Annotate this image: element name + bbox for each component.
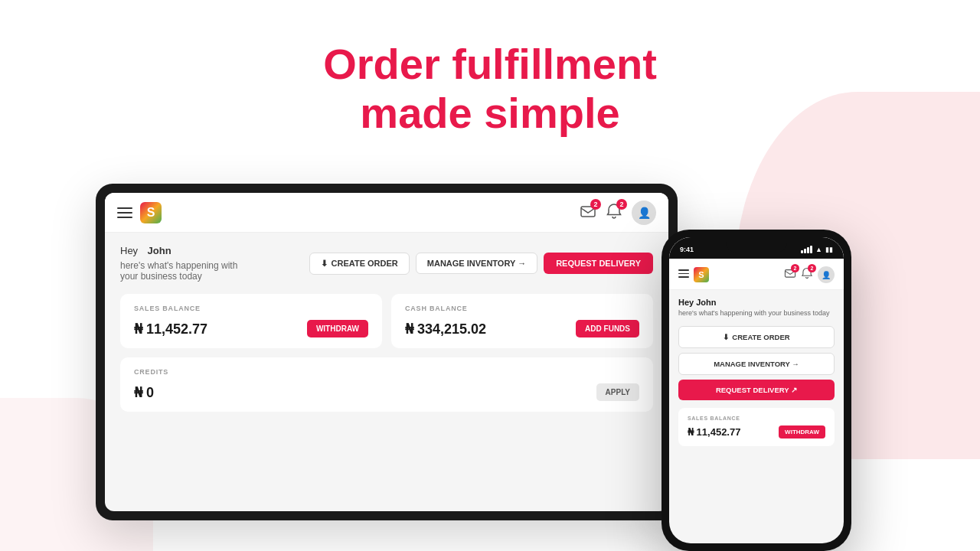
- tablet-main: Hey John here's what's happening with yo…: [105, 233, 668, 511]
- phone-screen: 9:41 ↑ ▲ ▮▮ S: [669, 237, 844, 543]
- wifi-icon: ▲: [815, 246, 822, 253]
- greeting-block: Hey John here's what's happening with yo…: [120, 245, 258, 282]
- add-funds-button[interactable]: ADD FUNDS: [576, 320, 639, 337]
- phone-notch: [726, 237, 787, 253]
- sales-balance-value: ₦ 11,452.77: [134, 321, 207, 337]
- phone-sales-balance-row: ₦ 11,452.77 WITHDRAW: [688, 425, 825, 439]
- sales-balance-card: SALES BALANCE ₦ 11,452.77 WITHDRAW: [120, 294, 382, 348]
- credits-row: ₦ 0 APPLY: [134, 383, 639, 401]
- tablet-mockup: S 2 2 👤: [96, 184, 678, 520]
- app-logo: S: [140, 202, 162, 223]
- bell-icon-badge[interactable]: 2: [606, 203, 622, 223]
- phone-sales-balance-card: SALES BALANCE ₦ 11,452.77 WITHDRAW: [678, 408, 835, 446]
- phone-hamburger-icon[interactable]: [678, 269, 689, 280]
- phone-app-logo: S: [694, 267, 709, 282]
- cash-balance-row: ₦ 334,215.02 ADD FUNDS: [405, 320, 639, 337]
- cards-row: SALES BALANCE ₦ 11,452.77 WITHDRAW CASH …: [120, 294, 653, 348]
- action-bar: Hey John here's what's happening with yo…: [120, 245, 653, 282]
- greeting-subtext: here's what's happening with your busine…: [120, 260, 258, 282]
- phone-user-avatar[interactable]: 👤: [818, 266, 835, 283]
- phone-sales-balance-value: ₦ 11,452.77: [688, 426, 740, 438]
- phone-download-icon: ⬇: [723, 333, 729, 341]
- cash-balance-value: ₦ 334,215.02: [405, 321, 486, 337]
- phone-topbar-right: 2 2 👤: [784, 266, 835, 283]
- tablet-topbar: S 2 2 👤: [105, 193, 668, 233]
- phone-withdraw-button[interactable]: WITHDRAW: [779, 425, 825, 439]
- headline-line2: made simple: [360, 89, 619, 137]
- headline: Order fulfillment made simple: [260, 40, 720, 139]
- phone-time-icon: 9:41: [680, 246, 694, 253]
- sales-balance-row: ₦ 11,452.77 WITHDRAW: [134, 320, 368, 337]
- phone-content: Hey John here's what's happening with yo…: [669, 290, 844, 543]
- mail-icon-badge[interactable]: 2: [580, 203, 596, 223]
- greeting-hey: Hey: [120, 245, 138, 259]
- greeting-name: John: [148, 245, 172, 259]
- phone-mockup: 9:41 ↑ ▲ ▮▮ S: [662, 230, 851, 551]
- phone-bell-icon-badge[interactable]: 2: [801, 267, 813, 282]
- apply-button[interactable]: APPLY: [596, 383, 639, 401]
- phone-request-delivery-button[interactable]: REQUEST DELIVERY ↗: [678, 380, 835, 400]
- sales-balance-label: SALES BALANCE: [134, 305, 368, 312]
- download-icon: ⬇: [321, 259, 328, 269]
- withdraw-button[interactable]: WITHDRAW: [307, 320, 368, 337]
- tablet-topbar-left: S: [117, 202, 162, 223]
- tablet-screen: S 2 2 👤: [105, 193, 668, 511]
- signal-icon: [801, 246, 812, 253]
- phone-bell-badge: 2: [808, 264, 816, 272]
- phone-status-icons: ▲ ▮▮: [801, 246, 833, 253]
- headline-line1: Order fulfillment: [323, 40, 657, 88]
- phone-greeting-name: Hey John: [678, 298, 835, 307]
- cash-balance-card: CASH BALANCE ₦ 334,215.02 ADD FUNDS: [391, 294, 653, 348]
- mail-badge-count: 2: [590, 199, 601, 210]
- phone-mail-badge: 2: [791, 264, 799, 272]
- credits-value: ₦ 0: [134, 384, 154, 401]
- create-order-button[interactable]: ⬇ CREATE ORDER: [309, 253, 410, 275]
- tablet-topbar-right: 2 2 👤: [580, 201, 656, 225]
- credits-card: CREDITS ₦ 0 APPLY: [120, 357, 653, 412]
- phone-manage-inventory-button[interactable]: MANAGE INVENTORY →: [678, 353, 835, 375]
- manage-inventory-button[interactable]: MANAGE INVENTORY →: [416, 253, 537, 274]
- phone-sales-balance-label: SALES BALANCE: [688, 416, 825, 421]
- phone-greeting-sub: here's what's happening with your busine…: [678, 308, 835, 318]
- bell-badge-count: 2: [616, 199, 627, 210]
- phone-create-order-button[interactable]: ⬇ CREATE ORDER: [678, 326, 835, 348]
- phone-topbar-left: S: [678, 267, 709, 282]
- action-buttons-group: ⬇ CREATE ORDER MANAGE INVENTORY → REQUES…: [309, 253, 653, 275]
- greeting-row: Hey John: [120, 245, 258, 259]
- request-delivery-button[interactable]: REQUEST DELIVERY: [544, 253, 653, 274]
- battery-icon: ▮▮: [825, 246, 833, 253]
- hamburger-menu-icon[interactable]: [117, 207, 132, 218]
- phone-mail-icon-badge[interactable]: 2: [784, 267, 796, 282]
- user-avatar[interactable]: 👤: [632, 201, 656, 225]
- credits-label: CREDITS: [134, 368, 639, 376]
- cash-balance-label: CASH BALANCE: [405, 305, 639, 312]
